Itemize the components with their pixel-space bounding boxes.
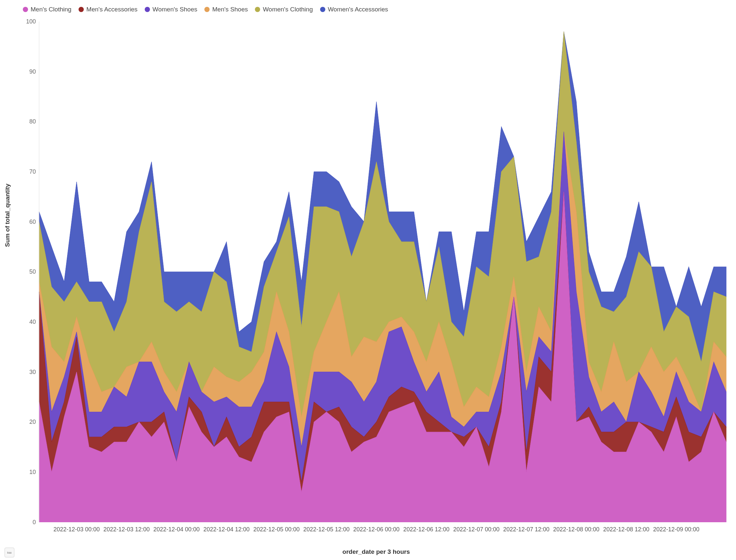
- y-axis-title: Sum of total_quantity: [4, 183, 11, 247]
- legend-item[interactable]: Women's Shoes: [145, 6, 197, 13]
- legend-label: Women's Shoes: [152, 6, 197, 13]
- legend-label: Men's Shoes: [212, 6, 248, 13]
- svg-text:2022-12-04 00:00: 2022-12-04 00:00: [153, 526, 200, 533]
- svg-text:50: 50: [29, 268, 36, 275]
- legend-label: Women's Clothing: [263, 6, 312, 13]
- legend-toggle-button[interactable]: ≔: [5, 548, 14, 557]
- svg-text:2022-12-03 00:00: 2022-12-03 00:00: [53, 526, 100, 533]
- legend-item[interactable]: Men's Accessories: [79, 6, 137, 13]
- svg-text:100: 100: [26, 18, 36, 25]
- svg-text:0: 0: [33, 519, 36, 525]
- svg-text:2022-12-09 00:00: 2022-12-09 00:00: [653, 526, 700, 533]
- svg-text:2022-12-05 00:00: 2022-12-05 00:00: [253, 526, 299, 533]
- svg-text:2022-12-07 00:00: 2022-12-07 00:00: [453, 526, 499, 533]
- x-axis-title: order_date per 3 hours: [342, 548, 410, 555]
- legend-swatch: [320, 7, 325, 12]
- legend-label: Men's Accessories: [86, 6, 137, 13]
- legend-swatch: [79, 7, 84, 12]
- svg-text:20: 20: [29, 419, 36, 425]
- legend-item[interactable]: Women's Accessories: [320, 6, 388, 13]
- legend-swatch: [23, 7, 28, 12]
- svg-text:10: 10: [29, 469, 36, 475]
- svg-text:2022-12-05 12:00: 2022-12-05 12:00: [303, 526, 350, 533]
- svg-text:90: 90: [29, 68, 36, 75]
- svg-text:2022-12-07 12:00: 2022-12-07 12:00: [503, 526, 550, 533]
- svg-text:60: 60: [29, 219, 36, 225]
- legend-label: Men's Clothing: [31, 6, 71, 13]
- svg-text:2022-12-06 00:00: 2022-12-06 00:00: [353, 526, 400, 533]
- area-chart[interactable]: 01020304050607080901002022-12-03 00:0020…: [23, 18, 729, 538]
- legend: Men's ClothingMen's AccessoriesWomen's S…: [23, 4, 729, 18]
- legend-item[interactable]: Men's Shoes: [204, 6, 248, 13]
- svg-text:80: 80: [29, 118, 36, 125]
- svg-text:2022-12-08 12:00: 2022-12-08 12:00: [603, 526, 649, 533]
- list-icon: ≔: [7, 550, 12, 556]
- legend-label: Women's Accessories: [328, 6, 388, 13]
- legend-item[interactable]: Men's Clothing: [23, 6, 71, 13]
- legend-swatch: [204, 7, 209, 12]
- svg-text:70: 70: [29, 168, 36, 175]
- legend-item[interactable]: Women's Clothing: [255, 6, 312, 13]
- svg-text:2022-12-08 00:00: 2022-12-08 00:00: [553, 526, 599, 533]
- svg-text:30: 30: [29, 369, 36, 375]
- legend-swatch: [145, 7, 150, 12]
- legend-swatch: [255, 7, 260, 12]
- svg-text:2022-12-06 12:00: 2022-12-06 12:00: [403, 526, 450, 533]
- svg-text:2022-12-03 12:00: 2022-12-03 12:00: [103, 526, 150, 533]
- svg-text:40: 40: [29, 319, 36, 325]
- svg-text:2022-12-04 12:00: 2022-12-04 12:00: [203, 526, 250, 533]
- plot-area: Sum of total_quantity order_date per 3 h…: [23, 18, 729, 538]
